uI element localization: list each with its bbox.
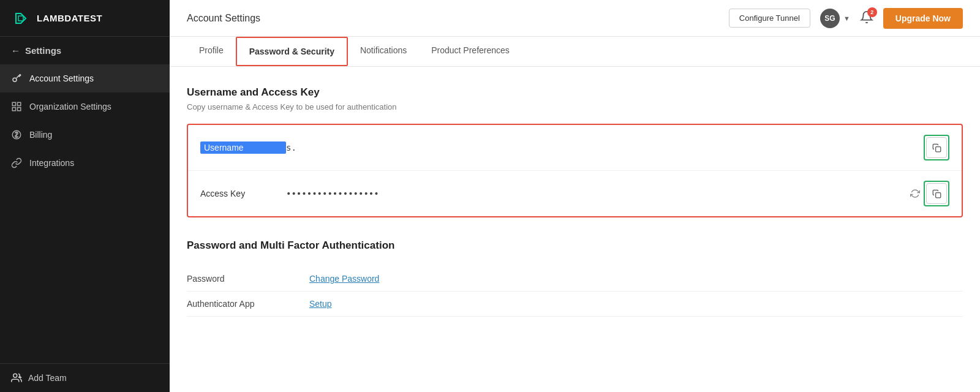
main-content: Account Settings Configure Tunnel SG ▼ 2… — [170, 0, 980, 392]
back-arrow-icon: ← — [11, 45, 20, 56]
copy-btn-group-access-key — [924, 181, 949, 206]
sidebar-bottom: Add Team — [0, 363, 170, 392]
svg-rect-0 — [11, 9, 31, 28]
refresh-icon — [910, 189, 920, 198]
access-key-actions — [910, 181, 949, 206]
access-key-row: Access Key •••••••••••••••••• — [188, 171, 962, 216]
key-icon — [11, 73, 22, 84]
tab-notifications[interactable]: Notifications — [348, 37, 419, 67]
back-label: Settings — [25, 45, 61, 56]
mfa-section: Password and Multi Factor Authentication… — [187, 239, 963, 317]
copy-icon — [932, 143, 941, 153]
sidebar-item-billing[interactable]: Billing — [0, 121, 170, 149]
username-value: s. — [286, 143, 924, 153]
username-section-subtitle: Copy username & Access Key to be used fo… — [187, 102, 963, 111]
chevron-down-icon: ▼ — [843, 15, 850, 22]
topbar-right: Configure Tunnel SG ▼ 2 Upgrade Now — [729, 8, 963, 29]
username-section-title: Username and Access Key — [187, 86, 963, 99]
add-team-label: Add Team — [28, 373, 67, 383]
svg-rect-5 — [18, 108, 21, 111]
svg-rect-10 — [935, 146, 940, 151]
sidebar-item-integrations[interactable]: Integrations — [0, 149, 170, 177]
tab-product-preferences[interactable]: Product Preferences — [419, 37, 522, 67]
tab-password-security[interactable]: Password & Security — [236, 37, 348, 66]
add-team-icon — [11, 372, 22, 383]
sidebar-nav: Account Settings Organization Settings B… — [0, 64, 170, 177]
access-key-label: Access Key — [200, 189, 286, 198]
sidebar-item-label-account: Account Settings — [29, 74, 94, 83]
change-password-link[interactable]: Change Password — [309, 274, 379, 284]
sidebar-item-label-billing: Billing — [29, 130, 52, 140]
username-row: Username s. — [188, 125, 962, 171]
notification-badge: 2 — [867, 7, 877, 17]
password-row: Password Change Password — [187, 266, 963, 292]
svg-point-7 — [13, 374, 17, 377]
sidebar: LAMBDATEST ← Settings Account Settings O… — [0, 0, 170, 392]
svg-rect-2 — [12, 102, 15, 105]
dollar-icon — [11, 129, 22, 140]
tab-profile[interactable]: Profile — [187, 37, 236, 67]
authenticator-row: Authenticator App Setup — [187, 292, 963, 317]
username-label: Username — [200, 141, 286, 154]
back-button[interactable]: ← Settings — [0, 37, 170, 64]
svg-point-1 — [13, 78, 17, 81]
svg-rect-11 — [935, 192, 940, 197]
link-icon — [11, 157, 22, 168]
upgrade-button[interactable]: Upgrade Now — [883, 8, 963, 29]
svg-rect-3 — [18, 102, 21, 105]
content-area: Username and Access Key Copy username & … — [170, 67, 980, 392]
copy-username-button[interactable] — [926, 137, 947, 158]
sidebar-item-label-org: Organization Settings — [29, 102, 111, 111]
topbar: Account Settings Configure Tunnel SG ▼ 2… — [170, 0, 980, 37]
setup-authenticator-link[interactable]: Setup — [309, 299, 332, 309]
logo-text: LAMBDATEST — [37, 13, 102, 23]
refresh-access-key-button[interactable] — [910, 189, 920, 198]
sidebar-item-account-settings[interactable]: Account Settings — [0, 64, 170, 92]
access-key-value: •••••••••••••••••• — [286, 189, 910, 198]
topbar-title: Account Settings — [187, 13, 260, 24]
copy-icon-2 — [932, 189, 941, 198]
user-avatar[interactable]: SG ▼ — [820, 9, 850, 28]
copy-btn-group-username — [924, 135, 949, 160]
mfa-title: Password and Multi Factor Authentication — [187, 239, 963, 252]
notification-bell[interactable]: 2 — [860, 10, 873, 26]
lambdatest-logo-icon — [11, 9, 31, 28]
svg-rect-4 — [12, 108, 15, 111]
tabs: Profile Password & Security Notification… — [170, 37, 980, 67]
add-team-button[interactable]: Add Team — [11, 372, 159, 383]
authenticator-label: Authenticator App — [187, 299, 309, 309]
sidebar-item-organization-settings[interactable]: Organization Settings — [0, 92, 170, 121]
username-actions — [924, 135, 949, 160]
copy-access-key-button[interactable] — [926, 183, 947, 204]
chart-icon — [11, 101, 22, 112]
credentials-box: Username s. Access Key •••••••••••••••••… — [187, 124, 963, 217]
avatar-circle: SG — [820, 9, 840, 28]
password-label: Password — [187, 274, 309, 284]
sidebar-header: LAMBDATEST — [0, 0, 170, 37]
sidebar-item-label-integrations: Integrations — [29, 158, 74, 168]
configure-tunnel-button[interactable]: Configure Tunnel — [729, 9, 810, 28]
